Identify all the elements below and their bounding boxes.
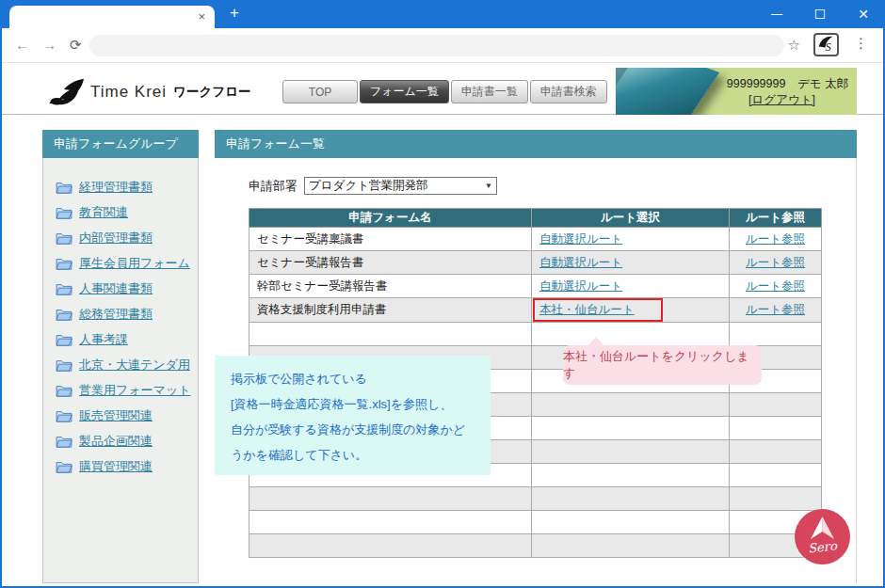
empty-cell [532, 393, 730, 417]
empty-cell [730, 464, 822, 487]
nav-button[interactable]: 申請書一覧 [451, 80, 528, 103]
maximize-button[interactable]: ☐ [798, 0, 842, 28]
route-ref-link[interactable]: ルート参照 [746, 256, 805, 269]
route-highlight-box: 本社・仙台ルート [533, 298, 663, 322]
new-tab-button[interactable]: + [224, 4, 245, 23]
department-row: 申請部署 プロダクト営業開発部 ▼ [249, 177, 497, 195]
sidebar-item-label[interactable]: 購買管理関連 [79, 458, 153, 475]
sidebar-item[interactable]: 経理管理書類 [43, 174, 198, 199]
menu-icon[interactable]: ⋮ [854, 35, 868, 52]
sidebar-item[interactable]: 総務管理書類 [43, 301, 198, 326]
nav-button-label: フォーム一覧 [370, 84, 439, 100]
sidebar-item-label[interactable]: 北京・大連テンダ用 [79, 357, 190, 373]
folder-icon [56, 358, 72, 372]
avatar-bird-icon: S [815, 35, 837, 55]
nav-button-label: 申請書検索 [540, 84, 597, 100]
empty-cell [730, 487, 822, 511]
sidebar-item-label[interactable]: 営業用フォーマット [79, 382, 191, 399]
svg-text:S: S [826, 40, 832, 54]
tab-close-icon[interactable]: × [198, 9, 205, 24]
profile-avatar[interactable]: S [813, 33, 839, 56]
route-select-link[interactable]: 自動選択ルート [539, 232, 622, 246]
folder-icon [56, 257, 72, 270]
table-row: セミナー受講報告書 自動選択ルート ルート参照 [249, 251, 822, 275]
nav-button[interactable]: 申請書検索 [530, 80, 607, 103]
folder-icon [56, 333, 72, 346]
empty-cell [532, 511, 730, 534]
route-ref-link[interactable]: ルート参照 [746, 303, 805, 316]
route-highlight-box: 自動選択ルート [539, 253, 622, 273]
sidebar-item[interactable]: 教育関連 [43, 199, 198, 225]
route-ref-link[interactable]: ルート参照 [746, 232, 805, 246]
browser-tab[interactable]: × [9, 6, 215, 28]
form-name-cell: 幹部セミナー受講報告書 [249, 275, 532, 298]
route-ref-cell: ルート参照 [730, 251, 822, 275]
sidebar-item-label[interactable]: 人事考課 [79, 331, 128, 348]
sidebar-item[interactable]: 人事考課 [43, 326, 198, 352]
empty-cell [532, 534, 730, 558]
department-label: 申請部署 [249, 178, 298, 195]
sero-badge[interactable]: Sero [795, 509, 850, 564]
logout-link[interactable]: [ログアウト] [748, 93, 815, 106]
empty-cell [532, 417, 730, 440]
sidebar-item[interactable]: 厚生会員用フォーム [43, 250, 198, 276]
app-logo: Time Krei ワークフロー [49, 75, 250, 109]
sidebar-title: 申請フォームグループ [42, 130, 199, 158]
nav-button[interactable]: TOP [282, 80, 358, 103]
sidebar-item-label[interactable]: 教育関連 [79, 204, 128, 221]
sidebar-item-label[interactable]: 総務管理書類 [79, 306, 153, 323]
sidebar-item[interactable]: 販売管理関連 [43, 403, 198, 428]
sidebar-item-label[interactable]: 厚生会員用フォーム [79, 255, 190, 272]
address-bar[interactable] [89, 35, 784, 56]
folder-icon [56, 231, 72, 245]
back-icon[interactable]: ← [15, 37, 29, 53]
form-name-cell: セミナー受講稟議書 [249, 228, 532, 251]
empty-cell [249, 487, 532, 511]
department-select[interactable]: プロダクト営業開発部 ▼ [304, 177, 497, 195]
route-select-cell: 本社・仙台ルート [532, 298, 730, 323]
sidebar: 申請フォームグループ 経理管理書類 教育関連 内部管理書類 厚生会員用フォーム [42, 130, 199, 583]
route-select-link[interactable]: 本社・仙台ルート [539, 303, 635, 316]
sidebar-item[interactable]: 製品企画関連 [43, 428, 198, 453]
user-id-name: 999999999 デモ 太郎 [727, 76, 848, 92]
logout-link-wrap: [ログアウト] [748, 92, 815, 108]
route-ref-cell: ルート参照 [730, 228, 822, 251]
close-button[interactable]: ✕ [842, 0, 885, 28]
route-ref-cell: ルート参照 [730, 298, 822, 323]
user-info-panel: 999999999 デモ 太郎 [ログアウト] [616, 68, 857, 115]
empty-table-row [249, 534, 822, 558]
sidebar-item[interactable]: 北京・大連テンダ用 [43, 352, 198, 377]
sidebar-item-label[interactable]: 経理管理書類 [79, 179, 153, 196]
route-select-cell: 自動選択ルート [532, 251, 730, 275]
sidebar-item-label[interactable]: 販売管理関連 [79, 407, 153, 424]
folder-icon [56, 384, 72, 397]
sidebar-item[interactable]: 購買管理関連 [43, 453, 198, 479]
sidebar-item-label[interactable]: 内部管理書類 [79, 230, 153, 246]
minimize-button[interactable]: — [755, 0, 798, 28]
table-row: セミナー受講稟議書 自動選択ルート ルート参照 [249, 228, 822, 251]
logo-suffix: ワークフロー [173, 84, 250, 101]
sidebar-item-label[interactable]: 人事関連書類 [79, 280, 153, 297]
sidebar-item[interactable]: 人事関連書類 [43, 276, 198, 301]
sidebar-item[interactable]: 営業用フォーマット [43, 377, 198, 403]
sidebar-item[interactable]: 内部管理書類 [43, 225, 198, 250]
empty-cell [730, 323, 822, 346]
nav-button[interactable]: フォーム一覧 [360, 80, 449, 103]
folder-icon [56, 435, 72, 448]
empty-cell [532, 464, 730, 487]
tooltip-callout: 本社・仙台ルートをクリックします [563, 345, 762, 385]
empty-cell [730, 440, 822, 464]
browser-titlebar: × + — ☐ ✕ [0, 0, 885, 28]
reload-icon[interactable]: ⟳ [70, 37, 82, 54]
bookmark-star-icon[interactable]: ☆ [788, 37, 800, 54]
sidebar-item-label[interactable]: 製品企画関連 [79, 433, 153, 450]
route-ref-link[interactable]: ルート参照 [746, 279, 805, 293]
forward-icon[interactable]: → [42, 37, 56, 53]
main-nav: TOP フォーム一覧 申請書一覧 申請書検索 [282, 80, 607, 103]
folder-icon [56, 181, 72, 194]
route-select-link[interactable]: 自動選択ルート [539, 256, 622, 269]
folder-icon [56, 409, 72, 422]
window-controls: — ☐ ✕ [755, 0, 885, 28]
table-header-row: 申請フォーム名 ルート選択 ルート参照 [249, 209, 822, 228]
route-select-link[interactable]: 自動選択ルート [539, 279, 622, 293]
